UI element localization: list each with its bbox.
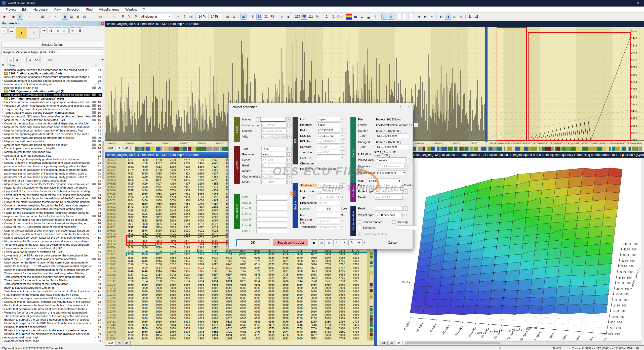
ecu-input-3[interactable]: EDC17CP52: [317, 134, 340, 138]
hex-cell[interactable]: 489E: [210, 179, 224, 182]
hex-cell[interactable]: 0190: [196, 327, 210, 330]
hex-cell[interactable]: 7800: [168, 162, 182, 165]
filter-more-icon[interactable]: ▼: [102, 58, 104, 61]
hex-cell[interactable]: 0960: [267, 320, 281, 323]
hex-cell[interactable]: 12C0: [337, 324, 351, 327]
hex-cell[interactable]: 0258: [154, 263, 168, 266]
user-input-7[interactable]: [256, 229, 287, 233]
hexdump-2d-titlebar[interactable]: Iveco (Original) as <All elements>, 5131…: [105, 21, 644, 27]
hex-cell[interactable]: 0000: [323, 313, 337, 317]
hex-cell[interactable]: 0C26: [210, 229, 224, 232]
hex-cell[interactable]: 10C7: [309, 253, 323, 256]
open-folder-button[interactable]: ▼: [16, 27, 27, 38]
hex-cell[interactable]: 0000: [182, 290, 196, 293]
menu-window[interactable]: Window: [122, 7, 140, 12]
spinner-b[interactable]: ▲▼: [403, 14, 407, 19]
map-row[interactable]: switch to select platform implementation…: [1, 268, 102, 272]
hex-cell[interactable]: 0000: [253, 303, 267, 307]
ecu-input-5[interactable]: 513132: [317, 145, 340, 149]
hex-cell[interactable]: 0C04: [154, 236, 168, 239]
hex-cell[interactable]: 1821: [267, 259, 281, 263]
hex-cell[interactable]: 0000: [295, 334, 309, 337]
hex-cell[interactable]: 1BBC: [337, 330, 351, 333]
hex-cell[interactable]: 0000: [154, 324, 168, 327]
hex-cell[interactable]: 0190: [196, 324, 210, 327]
hex-cell[interactable]: 2D50: [140, 327, 154, 330]
hex-cell[interactable]: 0000: [267, 290, 281, 293]
hex-cell[interactable]: 0200: [140, 195, 154, 199]
back-icon[interactable]: ‹: [91, 14, 97, 20]
page-prev-icon[interactable]: ◀: [416, 14, 422, 20]
hex-cell[interactable]: 0B73: [309, 259, 323, 263]
hex-cell[interactable]: 9200: [196, 172, 210, 175]
hex-cell[interactable]: 310A: [253, 266, 267, 270]
hex-cell[interactable]: 481F: [210, 172, 224, 175]
hex-cell[interactable]: 1906: [210, 276, 224, 280]
hex-cell[interactable]: 0000: [154, 320, 168, 323]
map-folder-row[interactable]: C101: "rating_specific_combustion" (4): [1, 72, 102, 75]
hex-cell[interactable]: 0001: [182, 243, 196, 246]
hex-cell[interactable]: 0000: [323, 310, 337, 313]
hex-cell[interactable]: 0000: [337, 286, 351, 290]
hex-row[interactable]: 2101A2019001F4025802BC019A019A019A019A01…: [105, 280, 365, 283]
hex-cell[interactable]: 019A: [196, 273, 210, 276]
hex-cell[interactable]: 0000: [295, 293, 309, 296]
hex-cell[interactable]: 0000: [351, 303, 365, 307]
hex-cell[interactable]: 04D6: [281, 280, 295, 283]
hex-cell[interactable]: 1200: [309, 317, 323, 320]
hex-cell[interactable]: 4930: [154, 189, 168, 192]
hex-cell[interactable]: 02BC: [168, 280, 182, 283]
hex-cell[interactable]: 2A30: [126, 327, 140, 330]
hex-cell[interactable]: 0514: [253, 263, 267, 266]
hex-cell[interactable]: 1130: [323, 324, 337, 327]
hex-cell[interactable]: 0960: [309, 256, 323, 259]
hex-cell[interactable]: 0B61: [126, 219, 140, 222]
reseller-type-input[interactable]: e.g. Map Pack: [375, 189, 403, 194]
ecu-input-7[interactable]: [317, 156, 340, 160]
hex-cell[interactable]: 10C7: [309, 334, 323, 337]
hex-cell[interactable]: 0000: [309, 310, 323, 313]
grid-view-icon[interactable]: ▦: [39, 14, 46, 20]
hex-cell[interactable]: 0000: [224, 249, 238, 253]
emission-expand[interactable]: >: [341, 219, 345, 223]
hex-cell[interactable]: 1AF4: [281, 330, 295, 333]
hex-cell[interactable]: 0014: [182, 327, 196, 330]
hex-cell[interactable]: 0000: [182, 283, 196, 286]
map-row[interactable]: ∗Maximum limit for the soot mass flow·1x: [1, 150, 102, 154]
hex-cell[interactable]: 4961: [182, 192, 196, 195]
hex-cell[interactable]: 0C80: [281, 324, 295, 327]
map-row[interactable]: ∗Map to calculate correction factor for …: [1, 182, 102, 186]
hex-cell[interactable]: 0B18: [210, 233, 224, 236]
hex-cell[interactable]: 0B73: [309, 276, 323, 280]
price-input[interactable]: e.g. = 10: [375, 183, 403, 188]
hex-cell[interactable]: 0000: [295, 283, 309, 286]
project-state-select[interactable]: in development ▾: [376, 170, 406, 175]
hex-cell[interactable]: 0AF0: [281, 320, 295, 323]
hex-cell[interactable]: 4A01: [210, 206, 224, 209]
hex-cell[interactable]: 47A2: [210, 158, 224, 162]
menu-project[interactable]: Project: [3, 7, 19, 12]
hex-row[interactable]: 2102A60000000000000000000000000000000000…: [105, 296, 365, 300]
hex-cell[interactable]: 4966: [210, 192, 224, 195]
hex-cell[interactable]: 0A64: [210, 209, 224, 212]
hex-cell[interactable]: 0ADC: [140, 212, 154, 215]
hex-cell[interactable]: 019A: [168, 249, 182, 253]
hex-cell[interactable]: 4995: [210, 195, 224, 199]
hex-cell[interactable]: 0000: [154, 310, 168, 313]
hex-cell[interactable]: 2A00: [168, 192, 182, 195]
hex-cell[interactable]: 0000: [309, 300, 323, 303]
font-f-icon[interactable]: F: [120, 14, 126, 20]
hex-cell[interactable]: 0000: [351, 293, 365, 296]
hex-cell[interactable]: 0000: [154, 307, 168, 310]
globe-upload-icon[interactable]: ◍: [326, 239, 332, 246]
elements-input[interactable]: <All elements>: [381, 164, 405, 168]
hex-row[interactable]: 2103DE0000000000000000000000140000032000…: [105, 317, 365, 320]
hex-cell[interactable]: 0000: [182, 307, 196, 310]
hex-cell[interactable]: 0C09: [140, 266, 154, 270]
wave-tab-text[interactable]: Text: [106, 146, 115, 150]
hex-cell[interactable]: 019A: [196, 280, 210, 283]
hex-cell[interactable]: 0000: [154, 286, 168, 290]
hex-cell[interactable]: 0000: [351, 259, 365, 263]
hex-cell[interactable]: 4E00: [196, 175, 210, 179]
scrollbar-thumb[interactable]: [102, 141, 104, 179]
